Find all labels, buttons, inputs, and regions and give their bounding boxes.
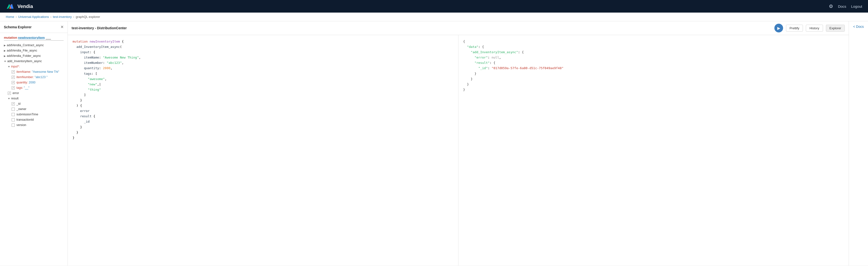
breadcrumb-sep-3: ›: [73, 15, 74, 19]
code-editor-pane[interactable]: mutation newInventoryItem { add_Inventor…: [68, 35, 459, 266]
checkbox-error[interactable]: [8, 92, 11, 95]
prettify-button[interactable]: Prettify: [786, 25, 803, 32]
docs-nav-link[interactable]: Docs: [838, 4, 846, 8]
breadcrumb-current: graphQL explorer: [76, 15, 100, 19]
checkbox-itemname[interactable]: [11, 70, 15, 73]
explorer-button[interactable]: Explorer: [826, 25, 845, 32]
breadcrumb-home[interactable]: Home: [6, 15, 14, 19]
input-label: input*:: [11, 65, 20, 68]
checkbox-id[interactable]: [11, 102, 15, 105]
editor-panels: mutation newInventoryItem { add_Inventor…: [68, 35, 849, 266]
mutation-underline: [4, 40, 64, 41]
nav-left: Vendia: [6, 2, 33, 11]
checkbox-transactionid[interactable]: [11, 118, 15, 122]
logout-nav-link[interactable]: Logout: [851, 4, 862, 8]
main-container: Schema Explorer ✕ mutation newInventoryI…: [0, 21, 868, 266]
result-section[interactable]: ▼ result: [0, 96, 67, 101]
docs-link[interactable]: < Docs: [853, 25, 864, 29]
arrow-icon: ▶: [4, 44, 6, 47]
result-label: result: [11, 97, 19, 100]
field-label: quantity: 2000: [17, 81, 36, 84]
arrow-down-icon: ▼: [4, 60, 6, 63]
field-version[interactable]: version: [0, 122, 67, 128]
breadcrumb-test-inventory[interactable]: test-inventory: [53, 15, 72, 19]
field-label: transactionId: [17, 118, 34, 122]
field-label: _owner: [17, 107, 26, 111]
result-json: { "data": { "add_InventoryItem_async": {…: [463, 39, 844, 92]
sidebar-item-inventory[interactable]: ▼ add_InventoryItem_async: [0, 59, 67, 64]
docs-sidebar: < Docs: [849, 21, 868, 266]
breadcrumb-universal-apps[interactable]: Universal Applications: [18, 15, 49, 19]
field-label: itemName: "Awesome New Thi": [17, 70, 59, 73]
editor-title: test-inventory - DistributionCenter: [72, 26, 772, 30]
sidebar-item-folder[interactable]: ▶ addVendia_Folder_async: [0, 53, 67, 59]
logo-text: Vendia: [18, 4, 33, 9]
field-id[interactable]: _id: [0, 101, 67, 106]
sidebar-header: Schema Explorer ✕: [0, 21, 67, 33]
arrow-icon: ▶: [4, 49, 6, 52]
field-label: _id: [17, 102, 21, 105]
breadcrumb-sep-2: ›: [50, 15, 51, 19]
item-label: addVendia_File_async: [7, 49, 37, 52]
field-label: itemNumber: "abc123 ": [17, 75, 48, 79]
field-owner[interactable]: _owner: [0, 106, 67, 112]
sidebar-item-file[interactable]: ▶ addVendia_File_async: [0, 48, 67, 53]
settings-icon[interactable]: ⚙: [829, 3, 833, 9]
schema-explorer-sidebar: Schema Explorer ✕ mutation newInventoryI…: [0, 21, 68, 266]
field-itemname[interactable]: itemName: "Awesome New Thi": [0, 69, 67, 74]
field-tags[interactable]: tags: "__": [0, 85, 67, 91]
top-navigation: Vendia ⚙ Docs Logout: [0, 0, 868, 12]
result-pane: { "data": { "add_InventoryItem_async": {…: [459, 35, 849, 266]
mutation-label: mutation newInventoryItem ___: [0, 33, 67, 40]
mutation-name[interactable]: newInventoryItem: [18, 36, 45, 39]
sidebar-title: Schema Explorer: [4, 25, 31, 29]
field-error[interactable]: error: [0, 91, 67, 96]
item-label: addVendia_Contract_async: [7, 43, 44, 47]
arrow-down-icon: ▼: [8, 97, 10, 100]
field-label: error: [12, 91, 19, 95]
checkbox-owner[interactable]: [11, 108, 15, 111]
arrow-icon: ▶: [4, 55, 6, 57]
field-submissiontime[interactable]: submissionTime: [0, 112, 67, 117]
run-button[interactable]: ▶: [774, 24, 783, 32]
sidebar-item-contract[interactable]: ▶ addVendia_Contract_async: [0, 42, 67, 48]
checkbox-tags[interactable]: [11, 86, 15, 90]
item-label: addVendia_Folder_async: [7, 54, 41, 58]
arrow-down-icon: ▼: [8, 65, 10, 68]
checkbox-itemnumber[interactable]: [11, 76, 15, 79]
logo-icon: [6, 2, 14, 11]
history-button[interactable]: History: [806, 25, 823, 32]
field-label: tags: "__": [17, 86, 29, 90]
mutation-keyword: mutation: [4, 36, 17, 39]
checkbox-quantity[interactable]: [11, 81, 15, 84]
query-code[interactable]: mutation newInventoryItem { add_Inventor…: [72, 39, 453, 140]
field-transactionid[interactable]: transactionId: [0, 117, 67, 122]
field-label: version: [17, 123, 26, 127]
field-itemnumber[interactable]: itemNumber: "abc123 ": [0, 74, 67, 80]
editor-container: test-inventory - DistributionCenter ▶ Pr…: [68, 21, 849, 266]
close-button[interactable]: ✕: [60, 25, 64, 29]
checkbox-submissiontime[interactable]: [11, 113, 15, 116]
item-label: add_InventoryItem_async: [7, 60, 42, 63]
breadcrumb: Home › Universal Applications › test-inv…: [0, 12, 868, 21]
input-section[interactable]: ▼ input*:: [0, 64, 67, 69]
field-quantity[interactable]: quantity: 2000: [0, 80, 67, 85]
editor-toolbar: test-inventory - DistributionCenter ▶ Pr…: [68, 21, 849, 35]
checkbox-version[interactable]: [11, 124, 15, 127]
field-label: submissionTime: [17, 113, 38, 116]
nav-right: ⚙ Docs Logout: [829, 3, 862, 9]
breadcrumb-sep-1: ›: [16, 15, 17, 19]
